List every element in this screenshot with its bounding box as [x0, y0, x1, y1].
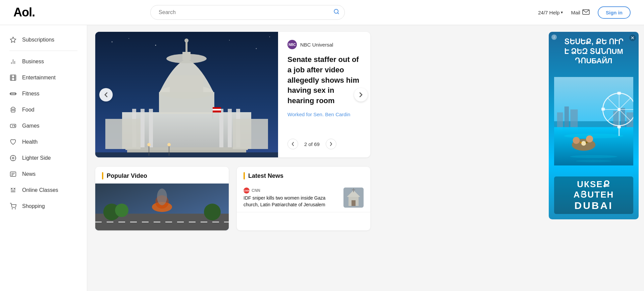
- featured-image: [95, 32, 278, 157]
- search-input[interactable]: [150, 5, 345, 20]
- svg-rect-18: [16, 93, 16, 94]
- header: Aol. 24/7 Help ▾ Mail Sign in: [0, 0, 644, 25]
- ad-info-icon: i: [551, 34, 557, 40]
- svg-rect-17: [10, 93, 11, 94]
- svg-point-115: [573, 137, 580, 144]
- mail-button[interactable]: Mail: [571, 9, 590, 16]
- search-button[interactable]: [333, 9, 339, 16]
- sidebar-item-entertainment[interactable]: Entertainment: [0, 70, 87, 86]
- fitness-icon: [9, 90, 17, 97]
- ad-scene: [554, 66, 633, 176]
- food-icon: [9, 106, 17, 114]
- svg-point-65: [184, 39, 189, 43]
- sidebar-item-games[interactable]: Games: [0, 118, 87, 134]
- sidebar-label-news: News: [22, 171, 36, 177]
- chart-icon: [9, 58, 17, 65]
- svg-point-48: [256, 48, 257, 49]
- star-icon: [9, 36, 17, 44]
- bottom-row: Popular Video: [95, 167, 370, 230]
- video-thumbnail[interactable]: 'It's a airplane!' Motorist witnesses pl…: [95, 184, 229, 230]
- sidebar-label-lighter-side: Lighter Side: [22, 155, 51, 161]
- sidebar-item-food[interactable]: Food: [0, 102, 87, 118]
- ad-close-button[interactable]: ✕: [629, 34, 636, 41]
- sidebar-item-fitness[interactable]: Fitness: [0, 86, 87, 102]
- svg-point-86: [157, 189, 167, 205]
- help-button[interactable]: 24/7 Help ▾: [538, 10, 563, 15]
- signin-button[interactable]: Sign in: [598, 6, 631, 19]
- svg-point-49: [269, 37, 270, 37]
- pagination-row: 2 of 69: [287, 139, 361, 149]
- news-item[interactable]: CNN CNN IDF sniper kills two women insid…: [237, 184, 370, 212]
- news-item-content: CNN CNN IDF sniper kills two women insid…: [244, 188, 339, 208]
- svg-rect-96: [565, 106, 569, 130]
- search-bar: [150, 5, 345, 20]
- carousel-prev-button[interactable]: [99, 88, 113, 101]
- section-bar-news: [244, 172, 245, 179]
- sidebar-label-games: Games: [22, 123, 40, 129]
- svg-point-117: [581, 141, 586, 146]
- source-name: NBC Universal: [300, 42, 333, 48]
- svg-point-44: [112, 42, 113, 43]
- popular-video-header: Popular Video: [95, 167, 229, 184]
- svg-point-119: [586, 142, 587, 143]
- featured-card: NBC NBC Universal Senate staffer out of …: [95, 32, 370, 157]
- featured-source-row: NBC NBC Universal: [287, 40, 361, 49]
- sidebar-item-news[interactable]: News: [0, 166, 87, 182]
- svg-point-26: [12, 157, 14, 159]
- sidebar-label-entertainment: Entertainment: [22, 75, 56, 81]
- film-icon: [9, 74, 17, 81]
- featured-title[interactable]: Senate staffer out of a job after video …: [287, 55, 361, 106]
- svg-line-1: [338, 13, 339, 14]
- news-icon: [9, 170, 17, 178]
- news-source-row: CNN CNN: [244, 188, 339, 194]
- svg-rect-77: [95, 152, 278, 157]
- news-item-title: IDF sniper kills two women inside Gaza c…: [244, 195, 339, 208]
- svg-rect-62: [170, 75, 203, 92]
- games-icon: [9, 122, 17, 130]
- sidebar-item-shopping[interactable]: Shopping: [0, 198, 87, 214]
- sidebar-item-online-classes[interactable]: Online Classes: [0, 182, 87, 198]
- ad-card[interactable]: i ✕ ՏԵՍԵՔ, ՔԵ ՈՒՐԷ ՁԵԶ ՏԱՆՈUMԴՈUБАЙЛ: [549, 32, 639, 219]
- svg-rect-71: [213, 109, 221, 111]
- online-classes-icon: [9, 187, 17, 194]
- svg-rect-66: [105, 119, 141, 149]
- svg-rect-111: [601, 107, 605, 111]
- svg-rect-52: [141, 109, 145, 149]
- svg-rect-109: [617, 92, 621, 95]
- main-layout: Subscriptions Business Enterta: [0, 25, 644, 291]
- svg-point-46: [155, 45, 156, 46]
- svg-rect-31: [10, 172, 16, 176]
- sidebar-item-health[interactable]: Health: [0, 134, 87, 150]
- shopping-icon: [9, 203, 17, 210]
- svg-rect-64: [185, 42, 187, 52]
- svg-point-118: [580, 142, 582, 143]
- svg-rect-72: [213, 111, 221, 112]
- svg-point-116: [586, 135, 593, 142]
- aol-logo: Aol.: [13, 5, 40, 19]
- mail-icon: [582, 9, 590, 16]
- sidebar-item-lighter-side[interactable]: Lighter Side: [0, 150, 87, 166]
- cnn-logo: CNN: [244, 188, 250, 194]
- svg-rect-92: [352, 200, 356, 206]
- page-prev-button[interactable]: [287, 139, 298, 149]
- sidebar-label-shopping: Shopping: [22, 203, 45, 209]
- carousel-next-button[interactable]: [354, 88, 368, 101]
- sidebar-item-subscriptions[interactable]: Subscriptions: [0, 32, 87, 48]
- page-next-button[interactable]: [326, 139, 336, 149]
- svg-marker-3: [10, 37, 16, 43]
- header-right: 24/7 Help ▾ Mail Sign in: [538, 6, 631, 19]
- sidebar-divider-1: [9, 51, 77, 51]
- svg-point-102: [564, 134, 623, 138]
- ad-panel: i ✕ ՏԵՍԵՔ, ՔԵ ՈՒՐԷ ՁԵԶ ՏԱՆՈUMԴՈUБАЙЛ: [543, 25, 644, 291]
- svg-point-74: [147, 143, 151, 146]
- sidebar-item-business[interactable]: Business: [0, 54, 87, 70]
- svg-rect-67: [233, 119, 268, 149]
- news-item-thumbnail: [343, 188, 364, 208]
- latest-news-header: Latest News: [237, 167, 370, 184]
- news-source-label: CNN: [252, 188, 260, 193]
- section-bar-video: [102, 172, 103, 179]
- main-content: NBC NBC Universal Senate staffer out of …: [87, 25, 543, 291]
- ad-text-dubai: UКSЕՔ АՅUТЕH DUBAI: [554, 176, 633, 214]
- popular-video-card: Popular Video: [95, 167, 229, 230]
- svg-rect-58: [127, 150, 246, 153]
